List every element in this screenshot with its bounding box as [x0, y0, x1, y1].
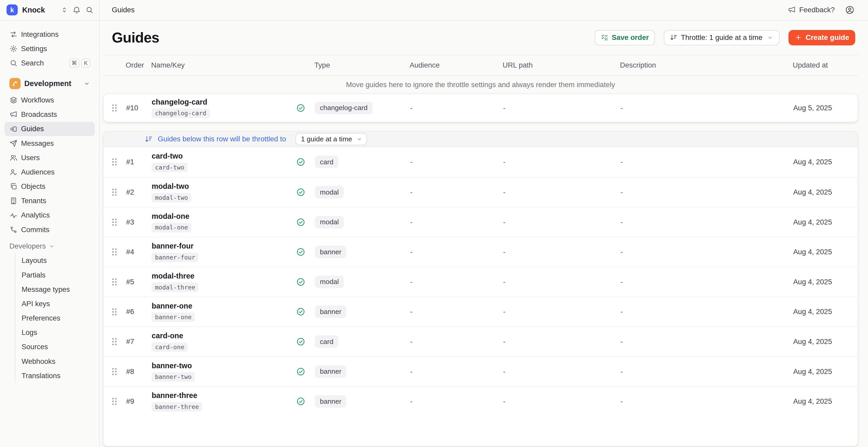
- guide-row[interactable]: #9 banner-three banner-three banner - - …: [103, 386, 858, 416]
- sidebar-subitem[interactable]: Webhooks: [16, 354, 95, 369]
- sidebar-item-label: Objects: [21, 182, 45, 191]
- sidebar-item-search[interactable]: Search ⌘ K: [4, 56, 95, 70]
- sidebar-item-users[interactable]: Users: [4, 151, 95, 165]
- sidebar-item-label: Users: [21, 154, 40, 162]
- drag-handle-icon[interactable]: [111, 397, 118, 406]
- table-header-row: Order Name/Key Type Audience URL path De…: [103, 55, 858, 76]
- feedback-button[interactable]: Feedback?: [788, 6, 835, 14]
- guide-type-badge: banner: [315, 365, 346, 378]
- drag-handle-icon[interactable]: [111, 103, 118, 113]
- sidebar-item-settings[interactable]: Settings: [4, 41, 95, 56]
- guide-row[interactable]: #4 banner-four banner-four banner - - - …: [103, 237, 858, 267]
- drag-handle-icon[interactable]: [111, 367, 118, 376]
- drag-handle-icon[interactable]: [111, 188, 118, 197]
- guide-audience: -: [410, 338, 503, 346]
- guide-name[interactable]: modal-three: [152, 272, 194, 280]
- developers-section-toggle[interactable]: Developers: [4, 239, 95, 254]
- guide-name[interactable]: banner-one: [152, 302, 192, 310]
- guide-row[interactable]: #2 modal-two modal-two modal - - - Aug 4…: [103, 177, 858, 207]
- sidebar-item-objects[interactable]: Objects: [4, 180, 95, 194]
- guide-description: -: [620, 397, 793, 406]
- drag-handle-icon[interactable]: [111, 218, 118, 227]
- throttle-settings-button[interactable]: Throttle: 1 guide at a time: [664, 30, 780, 45]
- guide-row[interactable]: #1 card-two card-two card - - - Aug 4, 2…: [103, 147, 858, 177]
- guide-type-badge: modal: [315, 216, 343, 228]
- guide-name[interactable]: card-two: [152, 152, 183, 160]
- guide-row[interactable]: #3 modal-one modal-one modal - - - Aug 4…: [103, 207, 858, 237]
- sidebar-item-messages[interactable]: Messages: [4, 136, 95, 151]
- sidebar-item-integrations[interactable]: Integrations: [4, 27, 95, 41]
- developers-sublist: Layouts Partials Message types API keys …: [15, 254, 95, 383]
- guide-description: -: [620, 248, 793, 256]
- guide-key-chip: banner-four: [152, 253, 198, 262]
- sort-descending-icon: [145, 135, 153, 143]
- guide-order: #8: [126, 368, 152, 376]
- sidebar-subitem[interactable]: Partials: [16, 268, 95, 282]
- megaphone-icon: [9, 110, 18, 119]
- sidebar-subitem[interactable]: Logs: [16, 325, 95, 340]
- throttle-amount-select[interactable]: 1 guide at a time: [296, 133, 367, 145]
- drag-handle-icon[interactable]: [111, 337, 118, 346]
- column-header-name-key: Name/Key: [151, 61, 314, 69]
- sidebar-subitem[interactable]: Sources: [16, 340, 95, 354]
- sidebar-subitem[interactable]: Message types: [16, 282, 95, 296]
- guide-name[interactable]: banner-four: [152, 242, 193, 250]
- active-check-icon: [296, 337, 305, 346]
- guide-row[interactable]: #10 changelog-card changelog-card change…: [103, 94, 858, 122]
- guide-name[interactable]: modal-one: [152, 212, 189, 221]
- sidebar-item-commits[interactable]: Commits: [4, 222, 95, 237]
- chevron-down-icon: [49, 243, 55, 250]
- create-guide-button[interactable]: Create guide: [788, 30, 855, 45]
- drag-handle-icon[interactable]: [111, 158, 118, 166]
- sort-descending-icon: [670, 34, 678, 41]
- workspace-switcher-icon[interactable]: [61, 6, 68, 14]
- column-header-audience: Audience: [410, 61, 503, 69]
- guide-name[interactable]: card-one: [152, 331, 183, 340]
- guide-order: #7: [126, 338, 152, 346]
- guide-row[interactable]: #7 card-one card-one card - - - Aug 4, 2…: [103, 326, 858, 356]
- sidebar-subitem[interactable]: Preferences: [16, 311, 95, 325]
- sidebar-item-label: Messages: [21, 139, 54, 148]
- guide-url-path: -: [503, 278, 620, 286]
- sidebar-item-broadcasts[interactable]: Broadcasts: [4, 107, 95, 122]
- sidebar-item-guides[interactable]: Guides: [4, 122, 95, 136]
- sidebar-subitem[interactable]: API keys: [16, 296, 95, 311]
- save-order-button[interactable]: Save order: [595, 30, 655, 45]
- user-avatar[interactable]: [845, 5, 855, 15]
- guide-row[interactable]: #6 banner-one banner-one banner - - - Au…: [103, 296, 858, 326]
- drag-handle-icon[interactable]: [111, 278, 118, 286]
- sidebar-item-audiences[interactable]: Audiences: [4, 165, 95, 179]
- guide-row[interactable]: #8 banner-two banner-two banner - - - Au…: [103, 356, 858, 386]
- guide-row[interactable]: #5 modal-three modal-three modal - - - A…: [103, 267, 858, 297]
- guide-name[interactable]: banner-three: [152, 391, 197, 400]
- active-check-icon: [296, 367, 305, 376]
- guide-name[interactable]: modal-two: [152, 182, 189, 191]
- kbd-cmd: ⌘: [69, 59, 79, 68]
- sidebar-subitem[interactable]: Translations: [16, 369, 95, 383]
- throttle-separator-row: Guides below this row will be throttled …: [103, 132, 858, 147]
- sidebar-subitem[interactable]: Layouts: [16, 254, 95, 268]
- sidebar-item-analytics[interactable]: Analytics: [4, 208, 95, 222]
- sidebar-item-tenants[interactable]: Tenants: [4, 194, 95, 208]
- active-check-icon: [296, 103, 305, 113]
- drag-handle-icon[interactable]: [111, 248, 118, 256]
- column-header-updated-at: Updated at: [793, 61, 858, 69]
- ignore-throttle-dropzone: Move guides here to ignore the throttle …: [103, 76, 858, 94]
- guide-type-badge: banner: [315, 395, 346, 408]
- environment-switcher[interactable]: Development: [4, 76, 95, 91]
- guide-name[interactable]: changelog-card: [152, 98, 207, 106]
- active-check-icon: [296, 247, 305, 257]
- guide-updated-at: Aug 4, 2025: [793, 218, 858, 226]
- drag-handle-icon[interactable]: [111, 308, 118, 316]
- guide-audience: -: [410, 308, 503, 316]
- column-header-order: Order: [126, 61, 151, 69]
- guide-key-chip: changelog-card: [152, 108, 210, 118]
- search-icon[interactable]: [85, 6, 94, 14]
- notifications-bell-icon[interactable]: [72, 6, 81, 14]
- sidebar-item-workflows[interactable]: Workflows: [4, 93, 95, 107]
- active-check-icon: [296, 188, 305, 197]
- sidebar-item-label: Guides: [21, 125, 44, 133]
- developers-label: Developers: [9, 242, 46, 250]
- guide-name[interactable]: banner-two: [152, 361, 192, 370]
- guide-audience: -: [410, 188, 503, 196]
